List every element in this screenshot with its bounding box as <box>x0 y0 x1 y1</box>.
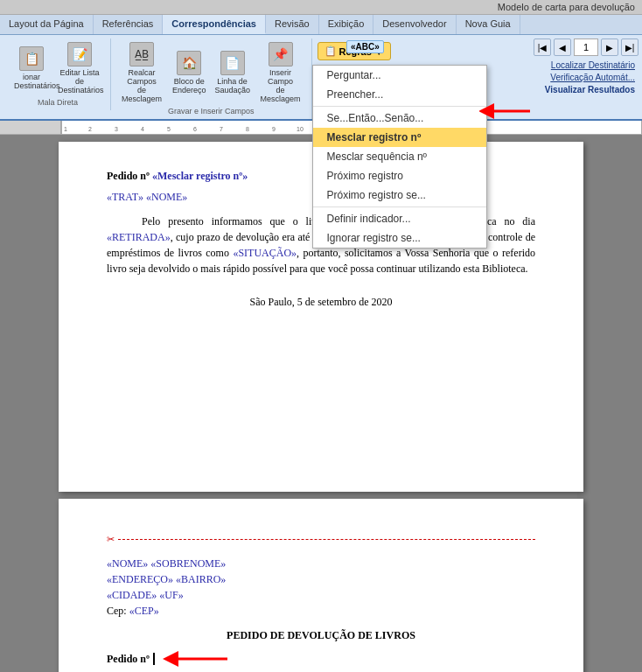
scissors-line: ✂ <box>107 532 535 547</box>
svg-text:2: 2 <box>88 126 92 132</box>
dashed-rule <box>118 539 535 540</box>
dropdown-item-se-entao[interactable]: Se...Então...Senão... <box>313 108 486 128</box>
btn-localizar-destinatario[interactable]: Localizar Destinatário <box>548 60 639 71</box>
tab-referencias[interactable]: Referências <box>94 15 164 34</box>
page1-date: São Paulo, 5 de setembro de 2020 <box>107 294 535 310</box>
nav-next-btn[interactable]: ▶ <box>601 38 618 56</box>
address-block: «NOME» «SOBRENOME» «ENDEREÇO» «BAIRRO» «… <box>107 556 535 619</box>
dropdown-item-preencher[interactable]: Preencher... <box>313 85 486 104</box>
mala-direta-label: Mala Direta <box>38 98 78 108</box>
btn-realcar-campos[interactable]: A̲B̲ Realcar Camposde Mesclagem <box>116 40 167 105</box>
ribbon-content: 📋 ionarDestinatários 📝 Editar Lista deDe… <box>0 35 642 119</box>
regras-dropdown-menu: Perguntar... Preencher... Se...Então...S… <box>312 65 487 248</box>
title-text: Modelo de carta para devolução <box>498 2 635 12</box>
ribbon-group-gravar: A̲B̲ Realcar Camposde Mesclagem 🏠 Bloco … <box>111 38 312 119</box>
arrow-annotation-1 <box>479 103 532 119</box>
svg-text:10: 10 <box>297 126 304 132</box>
gravar-label: Gravar e Inserir Campos <box>168 107 255 117</box>
dropdown-item-proximo[interactable]: Próximo registro <box>313 166 486 186</box>
nav-page-input[interactable] <box>574 38 598 56</box>
tab-nova-guia[interactable]: Nova Guia <box>457 15 520 34</box>
svg-text:4: 4 <box>141 126 144 132</box>
title-bar: Modelo de carta para devolução <box>0 0 642 15</box>
dropdown-item-ignorar[interactable]: Ignorar registro se... <box>313 228 486 248</box>
svg-text:5: 5 <box>167 126 171 132</box>
tab-revisao[interactable]: Revisão <box>266 15 319 34</box>
arrow-svg-2 <box>162 650 232 668</box>
regras-icon: 📋 <box>324 46 337 57</box>
svg-text:8: 8 <box>246 126 249 132</box>
abc-nav-area: «ABC» <box>346 40 384 53</box>
btn-bloco-endereco[interactable]: 🏠 Bloco deEndereço <box>169 49 210 96</box>
nav-first-btn[interactable]: |◀ <box>534 38 551 56</box>
btn-linha-saudacao[interactable]: 📄 Linha deSaudação <box>212 49 254 96</box>
tab-layout[interactable]: Layout da Página <box>0 15 94 34</box>
btn-inserir-campo[interactable]: 📌 Inserir Campode Mesclagem <box>255 40 306 105</box>
saudacao-icon: 📄 <box>220 51 245 75</box>
right-ribbon-labels: Localizar Destinatário Verificação Autom… <box>541 60 639 95</box>
editar-lista-icon: 📝 <box>67 42 92 66</box>
tab-correspondencias[interactable]: Correspondências <box>163 15 266 34</box>
bloco-icon: 🏠 <box>177 51 201 75</box>
ribbon-group-mala-direta: 📋 ionarDestinatários 📝 Editar Lista deDe… <box>5 38 111 110</box>
nav-controls: |◀ ◀ ▶ ▶| <box>534 38 639 56</box>
tab-exibicao[interactable]: Exibição <box>319 15 374 34</box>
abc-badge: «ABC» <box>346 40 384 53</box>
page2-pedido-line: Pedido nº <box>107 650 535 668</box>
realcar-icon: A̲B̲ <box>129 42 154 66</box>
btn-editar-lista[interactable]: 📝 Editar Lista deDestinatários <box>54 40 105 96</box>
dropdown-item-mesclar-reg[interactable]: Mesclar registro nº <box>313 128 486 147</box>
dropdown-item-perguntar[interactable]: Perguntar... <box>313 66 486 85</box>
svg-text:9: 9 <box>272 126 276 132</box>
svg-text:1: 1 <box>64 126 67 132</box>
btn-verificacao[interactable]: Verificação Automát... <box>547 72 639 83</box>
dropdown-item-mesclar-seq[interactable]: Mesclar sequência nº <box>313 147 486 166</box>
svg-text:3: 3 <box>115 126 118 132</box>
page-2: ✂ «NOME» «SOBRENOME» «ENDEREÇO» «BAIRRO»… <box>59 499 583 672</box>
dropdown-separator-1 <box>313 106 486 107</box>
dropdown-item-proximo-se[interactable]: Próximo registro se... <box>313 186 486 205</box>
page2-heading: PEDIDO DE DEVOLUÇÃO DE LIVROS <box>107 627 535 643</box>
pedido-label: Pedido nº <box>107 651 155 667</box>
scissors-char: ✂ <box>107 532 115 547</box>
destinatarios-icon: 📋 <box>19 46 44 71</box>
svg-text:7: 7 <box>220 126 223 132</box>
dropdown-separator-2 <box>313 206 486 207</box>
nav-last-btn[interactable]: ▶| <box>621 38 639 56</box>
inserir-icon: 📌 <box>269 42 293 66</box>
tab-desenvolvedor[interactable]: Desenvolvedor <box>373 15 456 34</box>
ribbon-tabs: Layout da Página Referências Correspondê… <box>0 15 642 35</box>
btn-visualizar[interactable]: Visualizar Resultados <box>541 84 639 95</box>
svg-text:6: 6 <box>193 126 197 132</box>
ribbon: Layout da Página Referências Correspondê… <box>0 15 642 121</box>
merge-heading: «Mesclar registro nº» <box>152 170 248 182</box>
btn-destinatarios[interactable]: 📋 ionarDestinatários <box>10 45 52 92</box>
nav-prev-btn[interactable]: ◀ <box>554 38 571 56</box>
arrow-svg-1 <box>479 103 532 119</box>
ruler-margin-left <box>0 121 61 134</box>
dropdown-item-definir[interactable]: Definir indicador... <box>313 209 486 228</box>
